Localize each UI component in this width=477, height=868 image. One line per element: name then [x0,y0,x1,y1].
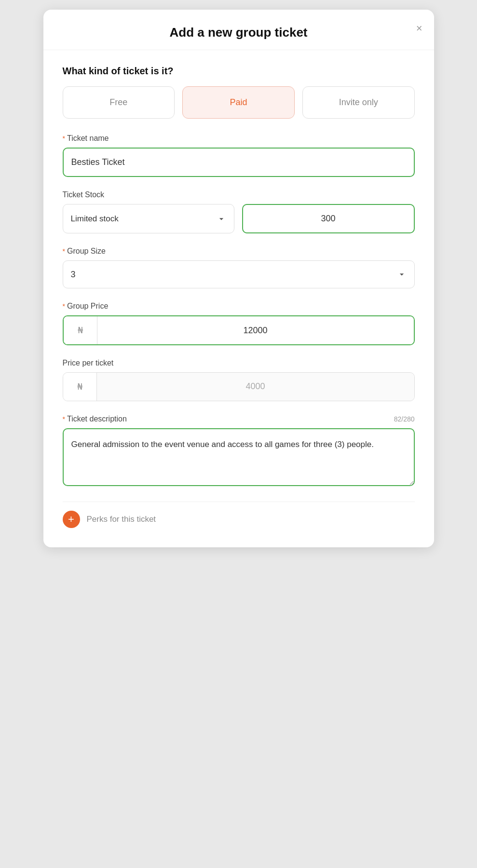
ticket-type-free[interactable]: Free [63,86,175,119]
group-size-field: * Group Size 2 3 4 5 6 7 8 9 10 [63,247,415,288]
ticket-name-field: * Ticket name [63,134,415,177]
ticket-description-header: * Ticket description 82/280 [63,415,415,423]
modal-body: What kind of ticket is it? Free Paid Inv… [43,50,434,547]
group-price-row: ₦ [63,315,415,345]
ticket-name-label: * Ticket name [63,134,415,143]
char-count: 82/280 [394,415,415,423]
ticket-stock-field: Ticket Stock Limited stock Unlimited [63,190,415,233]
group-price-input[interactable] [97,316,414,344]
ticket-type-invite-only[interactable]: Invite only [302,86,415,119]
ticket-type-paid[interactable]: Paid [182,86,295,119]
ticket-stock-quantity-input[interactable] [242,204,415,233]
modal-title: Add a new group ticket [63,25,415,40]
group-size-label: * Group Size [63,247,415,256]
price-per-ticket-label: Price per ticket [63,359,415,367]
ticket-description-textarea[interactable]: General admission to the event venue and… [63,428,415,486]
group-size-select[interactable]: 2 3 4 5 6 7 8 9 10 [63,260,415,288]
ticket-description-label: * Ticket description [63,415,127,423]
perks-add-button[interactable]: + [63,511,80,528]
ticket-name-input[interactable] [63,148,415,177]
group-price-currency: ₦ [64,316,97,344]
group-price-field: * Group Price ₦ [63,302,415,345]
ticket-type-options: Free Paid Invite only [63,86,415,119]
required-indicator: * [63,302,65,310]
price-per-ticket-field: Price per ticket ₦ 4000 [63,359,415,401]
ticket-type-question: What kind of ticket is it? [63,66,415,77]
ticket-type-section: What kind of ticket is it? Free Paid Inv… [63,66,415,119]
price-per-ticket-row: ₦ 4000 [63,372,415,401]
modal-header: Add a new group ticket × [43,10,434,50]
ticket-description-field: * Ticket description 82/280 General admi… [63,415,415,488]
price-per-ticket-currency: ₦ [63,373,97,401]
required-indicator: * [63,247,65,255]
required-indicator: * [63,415,65,423]
price-per-ticket-value: 4000 [97,373,414,401]
required-indicator: * [63,135,65,142]
add-group-ticket-modal: Add a new group ticket × What kind of ti… [43,10,434,547]
perks-section: + Perks for this ticket [63,502,415,528]
ticket-stock-label: Ticket Stock [63,190,415,199]
ticket-stock-row: Limited stock Unlimited [63,204,415,233]
perks-label: Perks for this ticket [87,515,156,524]
close-button[interactable]: × [416,23,422,34]
group-price-label: * Group Price [63,302,415,311]
ticket-stock-dropdown[interactable]: Limited stock Unlimited [63,204,234,233]
